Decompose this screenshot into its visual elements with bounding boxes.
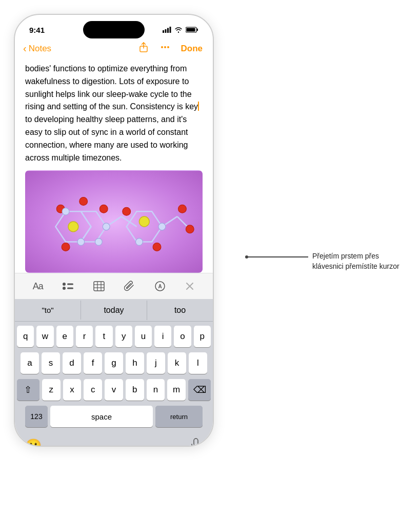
list-button[interactable] xyxy=(58,279,78,293)
key-r[interactable]: r xyxy=(76,326,93,347)
key-q[interactable]: q xyxy=(17,326,34,347)
close-icon xyxy=(185,281,195,291)
key-w[interactable]: w xyxy=(36,326,53,347)
status-bar: 9:41 xyxy=(15,15,213,37)
status-time: 9:41 xyxy=(29,26,45,34)
done-button[interactable]: Done xyxy=(181,44,203,54)
svg-rect-48 xyxy=(194,439,198,446)
autocomplete-item-2[interactable]: too xyxy=(147,301,213,320)
key-j[interactable]: j xyxy=(147,352,165,374)
table-button[interactable] xyxy=(89,279,109,293)
key-x[interactable]: x xyxy=(63,379,82,401)
format-toolbar: Aa xyxy=(15,273,213,299)
close-button[interactable] xyxy=(181,279,199,293)
status-icons xyxy=(163,27,198,33)
wifi-icon xyxy=(174,27,183,33)
keyboard[interactable]: q w e r t y u i o p a s d f g h j k l ⇧ … xyxy=(15,322,213,434)
key-m[interactable]: m xyxy=(167,379,186,401)
return-key[interactable]: return xyxy=(155,406,203,427)
microphone-icon xyxy=(189,438,203,447)
key-u[interactable]: u xyxy=(135,326,152,347)
share-icon xyxy=(138,42,149,53)
svg-point-34 xyxy=(158,223,166,230)
share-button[interactable] xyxy=(138,42,149,55)
battery-icon xyxy=(186,27,198,33)
table-icon xyxy=(93,281,105,291)
key-k[interactable]: k xyxy=(168,352,186,374)
markup-icon: A xyxy=(154,281,166,292)
key-g[interactable]: g xyxy=(105,352,123,374)
autocomplete-bar: "to" today too xyxy=(15,299,213,322)
shift-key[interactable]: ⇧ xyxy=(17,379,39,401)
autocomplete-item-0[interactable]: "to" xyxy=(15,301,81,320)
key-d[interactable]: d xyxy=(63,352,81,374)
svg-point-37 xyxy=(63,287,66,290)
key-e[interactable]: e xyxy=(56,326,73,347)
key-l[interactable]: l xyxy=(189,352,207,374)
svg-point-24 xyxy=(62,243,70,251)
key-s[interactable]: s xyxy=(42,352,60,374)
svg-point-31 xyxy=(95,238,102,246)
svg-rect-1 xyxy=(165,29,167,33)
note-image xyxy=(25,170,203,273)
back-button[interactable]: ‹ Notes xyxy=(23,43,51,54)
svg-point-29 xyxy=(62,208,69,215)
svg-rect-6 xyxy=(187,28,195,32)
svg-point-23 xyxy=(99,205,108,213)
key-n[interactable]: n xyxy=(147,379,165,401)
note-text-before: bodies' functions to optimize everything… xyxy=(25,64,198,111)
key-i[interactable]: i xyxy=(154,326,171,347)
delete-key[interactable]: ⌫ xyxy=(188,379,211,401)
key-v[interactable]: v xyxy=(105,379,123,401)
svg-point-27 xyxy=(178,205,187,213)
svg-point-30 xyxy=(77,238,85,246)
signal-icon xyxy=(163,27,171,33)
key-h[interactable]: h xyxy=(126,352,144,374)
key-c[interactable]: c xyxy=(84,379,102,401)
svg-point-22 xyxy=(79,197,88,206)
bottom-bar: 🙂 xyxy=(15,434,213,447)
svg-point-8 xyxy=(161,46,163,48)
text-format-button[interactable]: Aa xyxy=(29,279,47,294)
annotation-text: Přejetím prstem přes klávesnici přemístí… xyxy=(312,251,405,271)
space-key[interactable]: space xyxy=(50,406,153,427)
note-content[interactable]: bodies' functions to optimize everything… xyxy=(15,58,213,168)
svg-rect-36 xyxy=(67,284,73,285)
key-y[interactable]: y xyxy=(115,326,132,347)
annotation: Přejetím prstem přes klávesnici přemístí… xyxy=(247,251,405,271)
svg-point-32 xyxy=(103,223,110,230)
key-o[interactable]: o xyxy=(174,326,191,347)
emoji-button[interactable]: 🙂 xyxy=(25,438,42,447)
svg-point-33 xyxy=(136,238,143,246)
autocomplete-item-1[interactable]: today xyxy=(81,301,147,320)
keyboard-row-1: q w e r t y u i o p xyxy=(17,326,211,347)
svg-text:A: A xyxy=(158,284,162,289)
chevron-left-icon: ‹ xyxy=(23,43,27,54)
svg-point-35 xyxy=(63,283,66,286)
numbers-key[interactable]: 123 xyxy=(25,406,48,427)
phone-frame: 9:41 ‹ xyxy=(14,14,214,447)
nav-actions: Done xyxy=(138,42,203,55)
svg-point-26 xyxy=(153,243,161,251)
key-f[interactable]: f xyxy=(84,352,102,374)
keyboard-row-3: ⇧ z x c v b n m ⌫ xyxy=(17,379,211,401)
key-a[interactable]: a xyxy=(21,352,39,374)
svg-point-20 xyxy=(139,216,149,227)
svg-point-28 xyxy=(186,225,194,233)
annotation-line xyxy=(247,256,308,257)
svg-rect-39 xyxy=(94,282,104,291)
key-z[interactable]: z xyxy=(42,379,61,401)
list-icon xyxy=(62,281,74,291)
more-button[interactable] xyxy=(159,42,171,55)
attach-icon xyxy=(124,281,135,292)
key-p[interactable]: p xyxy=(194,326,211,347)
attachment-button[interactable] xyxy=(120,279,139,294)
markup-button[interactable]: A xyxy=(150,279,170,294)
microphone-button[interactable] xyxy=(189,438,203,447)
svg-rect-38 xyxy=(67,288,73,289)
ellipsis-icon xyxy=(159,42,171,53)
dynamic-island xyxy=(83,21,145,38)
text-cursor xyxy=(198,102,199,111)
key-b[interactable]: b xyxy=(126,379,144,401)
key-t[interactable]: t xyxy=(95,326,112,347)
